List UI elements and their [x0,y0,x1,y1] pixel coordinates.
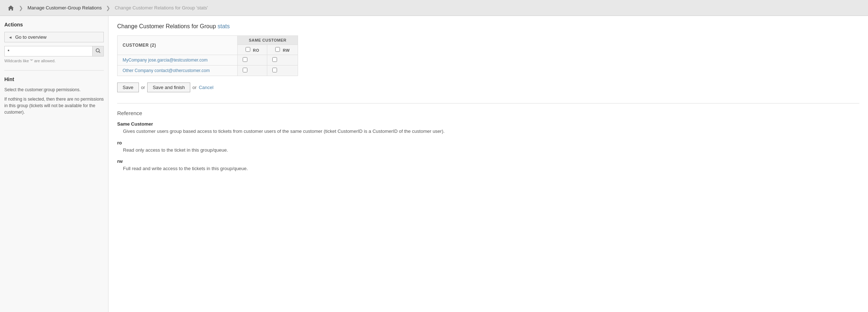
ro-checkbox-2[interactable] [243,68,247,72]
hint-text: Select the customer:group permissions. I… [4,87,104,115]
table-row: MyCompany jose.garcia@testcustomer.com [118,55,298,66]
back-arrow-icon: ◄ [8,35,12,39]
hint-text-2: If nothing is selected, then there are n… [4,96,104,115]
wildcard-hint: Wildcards like '*' are allowed. [4,59,104,63]
search-input[interactable] [5,47,92,56]
customer-column-header: CUSTOMER (2) [118,36,238,55]
customer-link-1[interactable]: MyCompany jose.garcia@testcustomer.com [123,58,208,63]
sidebar: Actions ◄ Go to overview Wildcards like … [0,16,109,312]
rw-header: RW [267,45,298,55]
content-area: Change Customer Relations for Group stat… [109,16,868,312]
save-and-finish-button[interactable]: Save and finish [147,83,190,92]
rw-select-all-checkbox[interactable] [275,47,280,52]
customer-cell-2: Other Company contact@othercustomer.com [118,66,238,76]
customer-cell-1: MyCompany jose.garcia@testcustomer.com [118,55,238,66]
breadcrumb-arrow-1: ❯ [19,5,23,11]
content-title: Change Customer Relations for Group stat… [117,23,859,30]
ro-checkbox-cell-1 [238,55,267,66]
home-icon[interactable] [4,1,17,14]
same-customer-ref-desc: Gives customer users group based access … [123,128,859,135]
rw-checkbox-1[interactable] [272,57,277,62]
ro-select-all-checkbox[interactable] [246,47,250,52]
rw-ref-desc: Full read and write access to the ticket… [123,165,859,172]
ro-ref-desc: Read only access to the ticket in this g… [123,147,859,154]
rw-checkbox-cell-2 [267,66,298,76]
rw-checkbox-2[interactable] [272,68,277,72]
customer-link-2[interactable]: Other Company contact@othercustomer.com [123,68,210,73]
reference-title: Reference [117,110,859,116]
hint-title: Hint [4,70,104,82]
breadcrumb: ❯ Manage Customer-Group Relations ❯ Chan… [0,0,868,16]
action-buttons: Save or Save and finish or Cancel [117,83,859,92]
group-name: stats [217,23,230,29]
or-2: or [192,85,197,90]
main-layout: Actions ◄ Go to overview Wildcards like … [0,16,868,312]
reference-item-rw: rw Full read and write access to the tic… [117,159,859,172]
rw-ref-title: rw [117,159,859,164]
or-1: or [141,85,145,90]
ro-checkbox-1[interactable] [243,57,247,62]
svg-line-1 [99,52,101,53]
breadcrumb-arrow-2: ❯ [106,5,110,11]
same-customer-header: SAME CUSTOMER [238,36,298,45]
ro-header: RO [238,45,267,55]
ro-ref-title: ro [117,140,859,146]
save-button[interactable]: Save [117,83,139,92]
table-row: Other Company contact@othercustomer.com [118,66,298,76]
go-to-overview-button[interactable]: ◄ Go to overview [4,32,104,42]
permissions-table: CUSTOMER (2) SAME CUSTOMER RO RW [117,35,298,76]
cancel-button[interactable]: Cancel [199,85,213,90]
ro-checkbox-cell-2 [238,66,267,76]
search-row [4,46,104,56]
search-button[interactable] [92,46,103,56]
rw-checkbox-cell-1 [267,55,298,66]
breadcrumb-current: Change Customer Relations for Group 'sta… [112,5,211,10]
actions-title: Actions [4,22,104,28]
breadcrumb-manage[interactable]: Manage Customer-Group Relations [25,5,105,10]
same-customer-ref-title: Same Customer [117,121,859,127]
reference-section: Reference Same Customer Gives customer u… [117,103,859,172]
reference-item-ro: ro Read only access to the ticket in thi… [117,140,859,154]
go-to-overview-label: Go to overview [15,34,47,40]
hint-text-1: Select the customer:group permissions. [4,87,104,93]
content-title-prefix: Change Customer Relations for Group [117,23,216,29]
svg-point-0 [96,49,99,52]
reference-item-same-customer: Same Customer Gives customer users group… [117,121,859,135]
